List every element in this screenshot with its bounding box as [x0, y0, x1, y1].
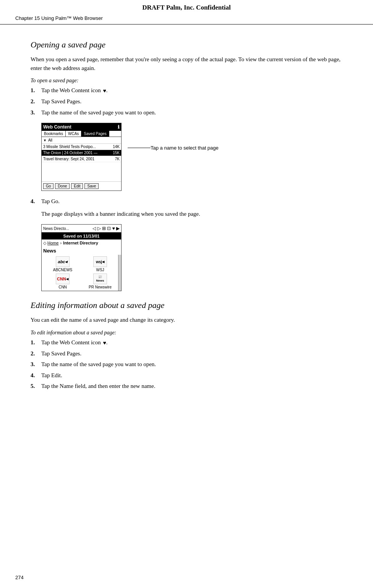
step-3: 3. Tap the name of the saved page you wa… [31, 108, 342, 117]
step-4-num: 4. [31, 197, 41, 206]
header-title: DRAFT Palm, Inc. Confidential [142, 4, 231, 11]
s2-step-4-num: 4. [31, 371, 41, 380]
news-logo-prnews: 📰News [93, 274, 107, 284]
s2-step-2-text: Tap Saved Pages. [41, 349, 81, 358]
section1-proc-title: To open a saved page: [31, 78, 342, 84]
news-screenshot: News Directo... ◁ ▷ ⊞ ⊡ ♥ ▶ Saved on 11/… [41, 224, 122, 291]
wc-filter-row: ▼ All [42, 137, 121, 144]
news-grid: abc◀ ABCNEWS wsj◀ WSJ CNN◀ CNN 📰News PR … [42, 255, 121, 291]
wc-title: Web Content [43, 124, 71, 130]
news-item-prnews: 📰News PR Newswire [82, 274, 118, 289]
news-body: abc◀ ABCNEWS wsj◀ WSJ CNN◀ CNN 📰News PR … [42, 255, 121, 291]
step4-body: The page displays with a banner indicati… [41, 210, 342, 218]
wc-filter-label: All [48, 138, 52, 142]
callout-text: Tap a name to select that page [151, 145, 219, 151]
step-2-num: 2. [31, 97, 41, 106]
news-label-prnews: PR Newswire [89, 285, 112, 289]
step-4: 4. Tap Go. [31, 197, 342, 206]
page-number: 274 [15, 575, 24, 580]
wc-item-3-size: 7K [115, 157, 120, 161]
news-item-abc: abc◀ ABCNEWS [45, 256, 81, 272]
section1-heading: Opening a saved page [31, 40, 342, 50]
wc-info-icon: ℹ [118, 124, 120, 130]
news-label-abc: ABCNEWS [53, 268, 73, 272]
section2-steps: 1. Tap the Web Content icon ♥. 2. Tap Sa… [31, 338, 342, 391]
wc-item-3[interactable]: Travel Itinerary: Sept 24, 2001 7K [42, 156, 121, 162]
news-title: News Directo... [43, 226, 69, 231]
section2-intro: You can edit the name of a saved page an… [31, 316, 342, 324]
wc-title-bar: Web Content ℹ [42, 123, 121, 131]
callout-line [128, 148, 151, 148]
heart-icon-2: ♥ [103, 339, 106, 347]
wc-save-button[interactable]: Save [84, 183, 99, 189]
news-nav-separator: › [60, 241, 62, 246]
section2-proc-title: To edit information about a saved page: [31, 330, 342, 336]
news-nav-dir: Internet Directory [63, 241, 98, 246]
screenshot1-wrap: Web Content ℹ Bookmarks WCAs Saved Pages… [41, 123, 342, 191]
news-label-cnn: CNN [58, 285, 67, 289]
wc-tabs: Bookmarks WCAs Saved Pages [42, 131, 121, 137]
news-logo-cnn: CNN◀ [56, 274, 70, 284]
news-titlebar: News Directo... ◁ ▷ ⊞ ⊡ ♥ ▶ [42, 225, 121, 233]
s2-step-2: 2. Tap Saved Pages. [31, 349, 342, 358]
wc-done-button[interactable]: Done [55, 183, 70, 189]
news-label-wsj: WSJ [96, 268, 104, 272]
step-1-text: Tap the Web Content icon ♥. [41, 86, 108, 95]
s2-step-5-text: Tap the Name field, and then enter the n… [41, 382, 155, 391]
web-content-screenshot: Web Content ℹ Bookmarks WCAs Saved Pages… [41, 123, 122, 191]
wc-item-2-name: The Onion | 24 October 2001 — [43, 151, 97, 155]
wc-tab-bookmarks[interactable]: Bookmarks [42, 131, 66, 137]
wc-edit-button[interactable]: Edit [71, 183, 83, 189]
s2-step-4-text: Tap Edit. [41, 371, 62, 380]
s2-step-5-num: 5. [31, 382, 41, 391]
wc-spacer [42, 162, 121, 181]
news-banner-text: Saved on 11/13/01 [63, 234, 100, 238]
wc-item-1-size: 14K [113, 145, 120, 149]
chapter-line: Chapter 15 Using Palm™ Web Browser [0, 14, 373, 24]
wc-go-button[interactable]: Go [43, 183, 54, 189]
wc-item-1-name: 3 Missile Shield Tests Postpo... [43, 145, 96, 149]
s2-step-1-text: Tap the Web Content icon ♥. [41, 338, 108, 347]
s2-step-3: 3. Tap the name of the saved page you wa… [31, 360, 342, 369]
callout-line-group: Tap a name to select that page [128, 145, 219, 151]
callout-area: Tap a name to select that page [128, 123, 219, 151]
step-2: 2. Tap Saved Pages. [31, 97, 342, 106]
wc-item-2-size: 15K [113, 151, 120, 155]
heart-icon-1: ♥ [103, 87, 106, 95]
section1-steps: 1. Tap the Web Content icon ♥. 2. Tap Sa… [31, 86, 342, 117]
step4-body-text: The page displays with a banner indicati… [41, 211, 200, 217]
step-3-num: 3. [31, 108, 41, 117]
news-header: News [42, 247, 121, 255]
step-1-num: 1. [31, 86, 41, 95]
step-4-text: Tap Go. [41, 197, 60, 206]
s2-step-5: 5. Tap the Name field, and then enter th… [31, 382, 342, 391]
step-2-text: Tap Saved Pages. [41, 97, 81, 106]
chapter-label: Chapter 15 Using Palm™ Web Browser [15, 15, 103, 21]
news-scrollbar[interactable] [118, 255, 121, 291]
page-content: Opening a saved page When you open a sav… [0, 24, 373, 410]
wc-tab-wcas[interactable]: WCAs [66, 131, 81, 137]
news-nav-home: ◇ Home [43, 241, 58, 246]
wc-tab-savedpages[interactable]: Saved Pages [81, 131, 109, 137]
section1-intro: When you open a saved page, remember tha… [31, 55, 342, 72]
draft-header: DRAFT Palm, Inc. Confidential [0, 0, 373, 14]
news-saved-banner: Saved on 11/13/01 [42, 233, 121, 239]
s2-step-1-num: 1. [31, 338, 41, 347]
wc-item-3-name: Travel Itinerary: Sept 24, 2001 [43, 157, 94, 161]
wc-item-2[interactable]: The Onion | 24 October 2001 — 15K [42, 150, 121, 156]
s2-step-4: 4. Tap Edit. [31, 371, 342, 380]
section1-step4: 4. Tap Go. [31, 197, 342, 206]
news-item-cnn: CNN◀ CNN [45, 274, 81, 289]
news-item-wsj: wsj◀ WSJ [82, 256, 118, 272]
section2-heading: Editing information about a saved page [31, 300, 342, 310]
news-header-text: News [43, 248, 56, 254]
wc-item-1[interactable]: 3 Missile Shield Tests Postpo... 14K [42, 144, 121, 150]
news-nav-row: ◇ Home › Internet Directory [42, 239, 121, 247]
news-toolbar-icons: ◁ ▷ ⊞ ⊡ ♥ ▶ [92, 226, 120, 231]
step-3-text: Tap the name of the saved page you want … [41, 108, 156, 117]
s2-step-3-num: 3. [31, 360, 41, 369]
s2-step-2-num: 2. [31, 349, 41, 358]
s2-step-3-text: Tap the name of the saved page you want … [41, 360, 156, 369]
wc-filter-arrow: ▼ [43, 138, 47, 142]
s2-step-1: 1. Tap the Web Content icon ♥. [31, 338, 342, 347]
